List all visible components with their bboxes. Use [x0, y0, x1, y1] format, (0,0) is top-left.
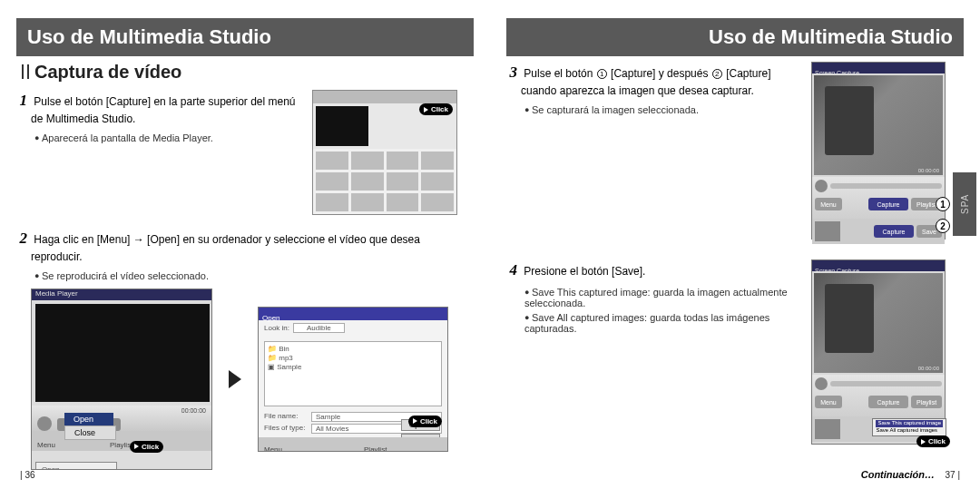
figure-open-dialog: Open Look in: Audible 📁 Bin📁 mp3▣ Sample…: [258, 307, 448, 452]
lookin-value[interactable]: Audible: [293, 323, 345, 333]
step-3-num: 3: [505, 62, 517, 83]
sc-menu-btn[interactable]: Menu: [815, 198, 842, 210]
step-1-bullet: Aparecerá la pantalla de Media Player.: [34, 132, 303, 143]
click-badge-3: Click: [408, 416, 442, 427]
step-2: 2 Haga clic en [Menu] → [Open] en su ord…: [31, 228, 470, 265]
filename-label: File name:: [264, 412, 309, 422]
mp-submenu: Open ───────── ───────── Camera Control: [35, 462, 117, 470]
step-4-bullet-1: Save This captured image: guarda la imag…: [524, 287, 802, 308]
dialog-title: Open: [259, 314, 280, 322]
filetype-label: Files of type:: [264, 424, 309, 434]
page-header-right: Uso de Multimedia Studio: [506, 18, 964, 56]
step-3-text-b: [Capture] y después: [608, 67, 711, 80]
play-icon[interactable]: [815, 377, 828, 390]
dialog-menu-btn[interactable]: Menu: [264, 445, 282, 452]
step-4-text: Presione el botón [Save].: [524, 265, 645, 278]
step-3-text-a: Pulse el botón: [524, 67, 595, 80]
save-this-option[interactable]: Save This captured image: [876, 420, 943, 427]
figure-media-player: Media Player 00:00:00 Open Close Menu Pl…: [31, 289, 212, 470]
step-3: 3 Pulse el botón 1 [Capture] y después 2…: [521, 62, 802, 99]
sc-photo-2: 00:00:00: [814, 273, 943, 373]
dialog-file-list[interactable]: 📁 Bin📁 mp3▣ Sample: [264, 341, 442, 406]
sc-photo-1: 00:00:00: [814, 75, 943, 175]
save-menu-popup: Save This captured image Save All captur…: [872, 418, 946, 436]
sc-timecode-2: 00:00:00: [918, 366, 939, 371]
sc-thumb-2: [815, 419, 840, 439]
sc-slider-2[interactable]: [830, 381, 942, 386]
figure-screen-capture-1: Screen Capture 00:00:00 Menu Capture: [811, 62, 946, 240]
step-1-num: 1: [15, 90, 27, 112]
lookin-label: Look in:: [264, 324, 289, 332]
step-1: 1 Pulse el botón [Capture] en la parte s…: [31, 90, 303, 127]
save-all-option[interactable]: Save All captured images: [876, 427, 943, 435]
click-badge-1: Click: [419, 103, 453, 115]
mp-screen: [35, 304, 210, 402]
mp-menu-btn[interactable]: Menu: [37, 441, 55, 449]
step-4: 4 Presione el botón [Save].: [521, 259, 802, 281]
dialog-playlist-btn[interactable]: Playlist: [364, 445, 387, 452]
page-header-left: Uso de Multimedia Studio: [16, 18, 474, 56]
step-3-bullet: Se capturará la imagen seleccionada.: [524, 104, 802, 115]
sc-playlist-btn-2[interactable]: Playlist: [911, 396, 942, 408]
menu-close[interactable]: Close: [64, 425, 116, 440]
menu-open-highlight[interactable]: Open: [64, 413, 113, 425]
continue-label: Continuación…: [861, 469, 935, 480]
figure-studio-grid: Click: [312, 90, 457, 215]
step-4-bullet-2: Save All captured images: guarda todas l…: [524, 312, 802, 334]
step-4-num: 4: [505, 259, 517, 281]
step-2-num: 2: [15, 228, 27, 249]
sc-menu-btn-2[interactable]: Menu: [815, 396, 842, 408]
capture-btn-2[interactable]: Capture: [874, 225, 914, 238]
arrow-icon: [229, 370, 241, 388]
capture-btn-1[interactable]: Capture: [868, 198, 908, 210]
section-title-text: Captura de vídeo: [34, 62, 181, 82]
step-1-text: Pulse el botón [Capture] en la parte sup…: [31, 95, 296, 125]
page-num-left: | 36: [20, 470, 35, 480]
step-2-text: Haga clic en [Menu] → [Open] en su orden…: [31, 233, 420, 263]
capture-btn-3[interactable]: Capture: [868, 396, 908, 408]
sc-timecode-1: 00:00:00: [918, 168, 939, 173]
inline-circ-1: 1: [597, 69, 607, 79]
inline-circ-2: 2: [712, 69, 722, 79]
section-title: Captura de vídeo: [22, 62, 470, 83]
submenu-open[interactable]: Open: [42, 465, 111, 470]
click-badge-2: Click: [130, 441, 163, 453]
play-icon[interactable]: [815, 180, 828, 192]
page-num-right: 37 |: [945, 470, 960, 480]
click-badge-4: Click: [916, 435, 950, 447]
mp-timecode: 00:00:00: [181, 407, 206, 414]
callout-2: 2: [936, 219, 950, 233]
play-icon[interactable]: [37, 416, 52, 431]
callout-1: 1: [936, 197, 950, 211]
mp-titlebar: Media Player: [32, 289, 211, 300]
sc-thumb: [815, 221, 840, 241]
sc-slider[interactable]: [830, 183, 942, 189]
step-2-bullet: Se reproducirá el vídeo seleccionado.: [34, 270, 470, 281]
figure-screen-capture-2: Screen Capture 00:00:00 Menu Capture: [811, 259, 946, 445]
mp-controls: 00:00:00: [32, 406, 211, 431]
